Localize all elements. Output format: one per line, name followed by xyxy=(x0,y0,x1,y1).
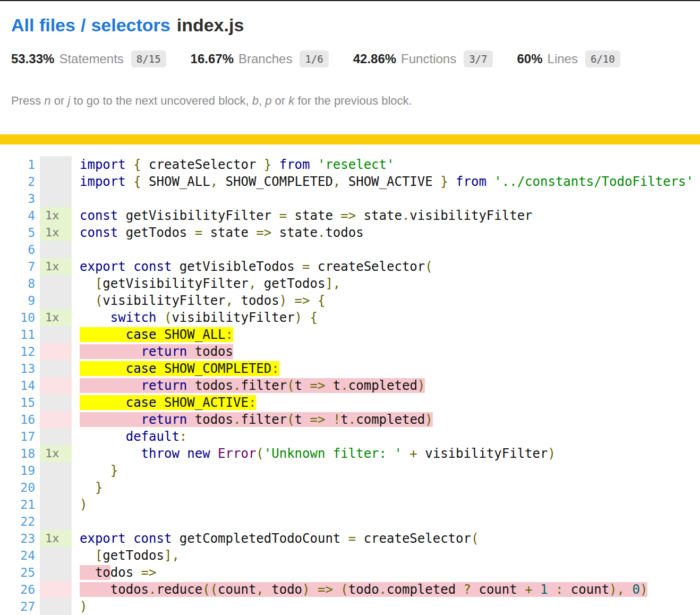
code-token: . xyxy=(233,378,241,393)
code-token xyxy=(126,259,133,274)
metric-fraction-badge: 3/7 xyxy=(464,50,492,67)
code-token: SHOW_COMPLETED xyxy=(218,174,333,189)
line-number[interactable]: 26 xyxy=(0,581,35,598)
line-number[interactable]: 14 xyxy=(0,377,35,394)
code-token: : xyxy=(180,429,187,444)
line-number[interactable]: 12 xyxy=(0,343,35,360)
breadcrumb-folder-link[interactable]: selectors xyxy=(91,15,170,35)
code-token: count xyxy=(471,582,525,597)
coverage-count xyxy=(40,190,72,207)
code-token: ], xyxy=(164,548,180,563)
line-number[interactable]: 4 xyxy=(0,207,35,224)
line-number[interactable]: 6 xyxy=(0,241,35,258)
code-line-row: 14 return todos.filter(t => t.completed) xyxy=(0,377,700,394)
line-number[interactable]: 20 xyxy=(0,479,35,496)
code-token: todo xyxy=(264,582,302,597)
code-token: t xyxy=(295,412,310,427)
code-token: createSelector xyxy=(310,259,425,274)
code-token: default xyxy=(126,429,180,444)
code-token: t xyxy=(340,412,348,427)
hint-key: k xyxy=(288,94,294,107)
code-token: completed xyxy=(387,582,464,597)
code-line-row: 11 case SHOW_ALL: xyxy=(0,326,700,343)
code-token xyxy=(80,344,141,359)
coverage-count xyxy=(40,377,72,394)
code-token: : xyxy=(271,361,279,376)
code-token: } xyxy=(110,463,118,478)
line-number[interactable]: 3 xyxy=(0,190,35,207)
code-token: export xyxy=(80,259,126,274)
line-number[interactable]: 25 xyxy=(0,564,35,581)
code-token: new xyxy=(187,446,210,461)
line-number[interactable]: 11 xyxy=(0,326,35,343)
metric-fraction-badge: 1/6 xyxy=(300,50,328,67)
code-line-row: 1import { createSelector } from 'reselec… xyxy=(0,156,700,173)
line-number[interactable]: 22 xyxy=(0,513,35,530)
code-token: return xyxy=(141,378,187,393)
coverage-count xyxy=(40,411,72,428)
code-token xyxy=(210,446,218,461)
line-number[interactable]: 18 xyxy=(0,445,35,462)
line-number[interactable]: 1 xyxy=(0,156,35,173)
code-token xyxy=(333,582,340,597)
line-number[interactable]: 8 xyxy=(0,275,35,292)
code-token xyxy=(80,446,141,461)
line-number[interactable]: 16 xyxy=(0,411,35,428)
code-token: todos xyxy=(187,344,233,359)
line-number[interactable]: 5 xyxy=(0,224,35,241)
line-number[interactable]: 15 xyxy=(0,394,35,411)
line-number[interactable]: 23 xyxy=(0,530,35,547)
code-line-row: 27) xyxy=(0,598,700,615)
code-line: default: xyxy=(80,428,187,445)
code-line: } xyxy=(80,479,103,496)
code-token: state xyxy=(287,208,340,223)
code-token xyxy=(80,429,126,444)
coverage-count xyxy=(40,275,72,292)
code-token: const xyxy=(133,531,172,546)
code-token: (( xyxy=(202,582,218,597)
code-token: state xyxy=(202,225,256,240)
code-line: todos.reduce((count, todo) => (todo.comp… xyxy=(80,581,647,598)
code-token: ) xyxy=(425,412,432,427)
metric-fraction-badge: 8/15 xyxy=(131,50,166,67)
code-token xyxy=(80,548,95,563)
line-number[interactable]: 27 xyxy=(0,598,35,615)
code-token: ! xyxy=(333,412,340,427)
metric-lines: 60% Lines 6/10 xyxy=(517,50,620,67)
line-number[interactable]: 17 xyxy=(0,428,35,445)
coverage-count: 1x xyxy=(40,309,72,326)
line-number[interactable]: 21 xyxy=(0,496,35,513)
hint-text: Press xyxy=(11,94,44,107)
code-token: [ xyxy=(95,548,103,563)
coverage-count xyxy=(40,479,72,496)
code-token: '../constants/TodoFilters' xyxy=(494,174,694,189)
line-number[interactable]: 9 xyxy=(0,292,35,309)
hint-text: or xyxy=(271,94,288,107)
line-number[interactable]: 19 xyxy=(0,462,35,479)
coverage-count xyxy=(40,394,72,411)
code-token: . xyxy=(340,378,348,393)
code-line: ) xyxy=(80,598,87,615)
line-number[interactable]: 7 xyxy=(0,258,35,275)
line-number[interactable]: 13 xyxy=(0,360,35,377)
code-token: ) xyxy=(548,446,555,461)
code-token: ) xyxy=(302,582,310,597)
code-token: : xyxy=(226,327,233,342)
code-token: SHOW_ALL xyxy=(141,174,210,189)
line-number[interactable]: 2 xyxy=(0,173,35,190)
code-token xyxy=(548,582,556,597)
code-line-row: 9 (visibilityFilter, todos) => { xyxy=(0,292,700,309)
code-token xyxy=(180,446,187,461)
coverage-count xyxy=(40,241,72,258)
code-token: = xyxy=(302,259,310,274)
line-number[interactable]: 10 xyxy=(0,309,35,326)
line-number[interactable]: 24 xyxy=(0,547,35,564)
code-token: todos xyxy=(187,378,233,393)
code-line: export const getVisibleTodos = createSel… xyxy=(80,258,433,275)
code-token: SHOW_COMPLETED xyxy=(157,361,272,376)
breadcrumb-all-files-link[interactable]: All files xyxy=(11,15,75,35)
code-token: todo xyxy=(348,582,379,597)
code-line-row: 2import { SHOW_ALL, SHOW_COMPLETED, SHOW… xyxy=(0,173,700,190)
code-token: , xyxy=(249,276,256,291)
code-token: Error xyxy=(218,446,256,461)
